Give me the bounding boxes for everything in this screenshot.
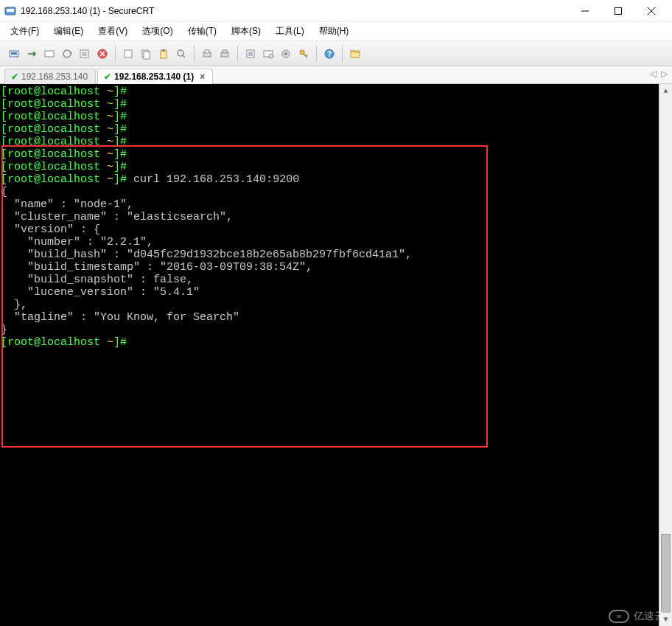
- toolbar-separator: [316, 46, 317, 62]
- terminal-line: "build_timestamp" : "2016-03-09T09:38:54…: [1, 261, 656, 274]
- menu-tools[interactable]: 工具(L): [273, 24, 307, 39]
- toolbar: ?: [0, 41, 672, 66]
- host-icon[interactable]: [120, 46, 136, 62]
- terminal-line: [root@localhost ~]#: [1, 111, 656, 123]
- menu-options[interactable]: 选项(O): [139, 24, 175, 39]
- terminal-line: "version" : {: [1, 223, 656, 236]
- window-title: 192.168.253.140 (1) - SecureCRT: [21, 6, 568, 16]
- disconnect-icon[interactable]: [59, 46, 75, 62]
- print-screen-icon[interactable]: [217, 46, 233, 62]
- terminal-line: "build_snapshot" : false,: [1, 274, 656, 286]
- scroll-up-icon[interactable]: ▲: [659, 84, 672, 97]
- svg-point-27: [284, 52, 287, 55]
- terminal-line: [root@localhost ~]#: [1, 336, 656, 349]
- tab-next-icon[interactable]: ▷: [661, 69, 668, 79]
- tabstrip: ✔ 192.168.253.140 ✔ 192.168.253.140 (1) …: [0, 66, 672, 84]
- svg-rect-22: [223, 50, 227, 53]
- terminal-line: "build_hash" : "d045fc29d1932bce18b2e65a…: [1, 248, 656, 261]
- toolbar-separator: [115, 46, 116, 62]
- svg-rect-1: [7, 9, 14, 12]
- minimize-button[interactable]: [568, 0, 601, 22]
- svg-point-9: [63, 50, 71, 58]
- help-icon[interactable]: ?: [321, 46, 337, 62]
- scrollbar[interactable]: ▲ ▼: [659, 84, 672, 626]
- titlebar: 192.168.253.140 (1) - SecureCRT: [0, 0, 672, 22]
- paste-icon[interactable]: [155, 46, 172, 62]
- terminal-line: "lucene_version" : "5.4.1": [1, 286, 656, 299]
- key-icon[interactable]: [295, 46, 312, 62]
- terminal-line: {: [1, 186, 656, 198]
- toolbar-separator: [194, 46, 195, 62]
- new-tab-icon[interactable]: [94, 46, 111, 62]
- toolbar-separator: [342, 46, 343, 62]
- terminal-line: "name" : "node-1",: [1, 198, 656, 211]
- terminal-line: "tagline" : "You Know, for Search": [1, 311, 656, 324]
- svg-rect-20: [205, 50, 209, 53]
- toolbar-separator: [237, 46, 238, 62]
- watermark: ∞ 亿速云: [609, 610, 665, 623]
- menu-script[interactable]: 脚本(S): [228, 24, 264, 39]
- terminal-line: [root@localhost ~]#: [1, 98, 656, 111]
- session-icon[interactable]: [77, 46, 93, 62]
- terminal-line: }: [1, 324, 656, 336]
- menu-transfer[interactable]: 传输(T): [185, 24, 220, 39]
- tab-prev-icon[interactable]: ◁: [650, 69, 657, 79]
- svg-rect-16: [162, 49, 165, 52]
- svg-rect-7: [11, 52, 17, 55]
- maximize-button[interactable]: [601, 0, 634, 22]
- menu-view[interactable]: 查看(V): [95, 24, 130, 39]
- tab-session-1[interactable]: ✔ 192.168.253.140: [4, 69, 96, 84]
- terminal-line: [root@localhost ~]#: [1, 136, 656, 148]
- window-controls: [568, 0, 668, 22]
- watermark-text: 亿速云: [634, 611, 665, 623]
- tab-session-2[interactable]: ✔ 192.168.253.140 (1) ×: [97, 69, 213, 84]
- svg-rect-3: [615, 7, 621, 14]
- terminal-line: [root@localhost ~]#: [1, 86, 656, 98]
- svg-rect-12: [125, 50, 132, 58]
- terminal-line: },: [1, 299, 656, 311]
- copy-icon[interactable]: [138, 46, 154, 62]
- svg-line-18: [183, 55, 185, 58]
- properties-icon[interactable]: [242, 46, 259, 62]
- tab-close-icon[interactable]: ×: [200, 72, 205, 82]
- svg-rect-14: [144, 52, 150, 59]
- menubar: 文件(F) 编辑(E) 查看(V) 选项(O) 传输(T) 脚本(S) 工具(L…: [0, 22, 672, 41]
- terminal-line: [root@localhost ~]#: [1, 123, 656, 136]
- global-options-icon[interactable]: [260, 46, 276, 62]
- terminal-line: [root@localhost ~]#: [1, 161, 656, 173]
- menu-help[interactable]: 帮助(H): [316, 24, 352, 39]
- scroll-thumb[interactable]: [661, 534, 671, 622]
- close-button[interactable]: [634, 0, 668, 22]
- svg-point-25: [269, 54, 273, 58]
- tab-label: 192.168.253.140: [21, 72, 88, 82]
- tab-nav-arrows: ◁ ▷: [650, 69, 668, 79]
- terminal-line: "number" : "2.2.1",: [1, 236, 656, 248]
- connected-check-icon: ✔: [11, 72, 18, 82]
- menu-edit[interactable]: 编辑(E): [51, 24, 86, 39]
- terminal-line: "cluster_name" : "elasticsearch",: [1, 211, 656, 223]
- sftp-icon[interactable]: [347, 46, 363, 62]
- app-icon: [4, 5, 16, 17]
- svg-point-17: [178, 50, 183, 56]
- terminal[interactable]: [root@localhost ~]#[root@localhost ~]#[r…: [0, 84, 672, 626]
- menu-file[interactable]: 文件(F): [7, 24, 42, 39]
- terminal-line: [root@localhost ~]# curl 192.168.253.140…: [1, 173, 656, 186]
- reconnect-icon[interactable]: [41, 46, 57, 62]
- quick-connect-icon[interactable]: [24, 46, 40, 62]
- find-icon[interactable]: [173, 46, 189, 62]
- connect-icon[interactable]: [6, 46, 22, 62]
- tab-label: 192.168.253.140 (1): [114, 72, 194, 82]
- svg-rect-31: [351, 51, 360, 58]
- connected-check-icon: ✔: [104, 72, 111, 82]
- terminal-content[interactable]: [root@localhost ~]#[root@localhost ~]#[r…: [0, 84, 659, 626]
- svg-rect-8: [45, 51, 54, 57]
- watermark-logo-icon: ∞: [609, 610, 629, 623]
- print-icon[interactable]: [199, 46, 215, 62]
- svg-text:?: ?: [327, 50, 332, 58]
- terminal-line: [root@localhost ~]#: [1, 148, 656, 161]
- session-options-icon[interactable]: [278, 46, 294, 62]
